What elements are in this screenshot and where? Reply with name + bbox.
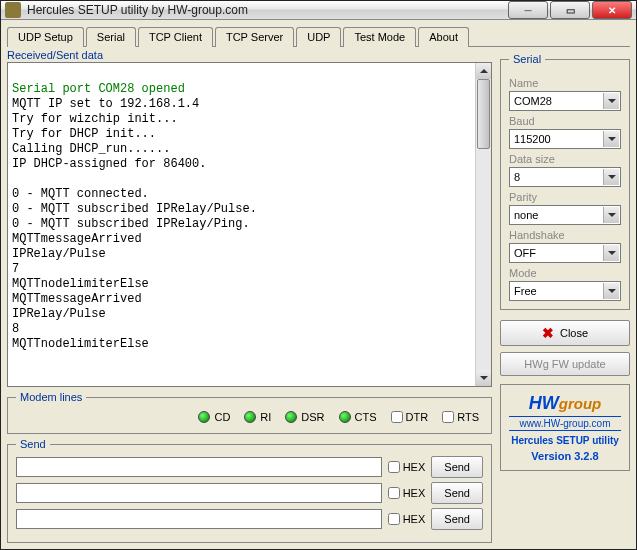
handshake-combo[interactable]: OFF	[509, 243, 621, 263]
tab-udp-setup[interactable]: UDP Setup	[7, 27, 84, 47]
checkbox-rts[interactable]: RTS	[442, 411, 479, 423]
led-icon	[285, 411, 297, 423]
send-button-2[interactable]: Send	[431, 482, 483, 504]
send-input-1[interactable]	[16, 457, 382, 477]
minimize-button[interactable]: ─	[508, 1, 548, 19]
datasize-combo[interactable]: 8	[509, 167, 621, 187]
hex-checkbox-2[interactable]: HEX	[388, 487, 426, 499]
name-label: Name	[509, 77, 621, 89]
led-cts: CTS	[339, 411, 377, 423]
mode-combo[interactable]: Free	[509, 281, 621, 301]
terminal-body: MQTT IP set to 192.168.1.4 Try for wizch…	[12, 97, 257, 351]
modem-lines-group: Modem lines CD RI DSR CTS DTR RTS	[7, 391, 492, 434]
send-legend: Send	[16, 438, 50, 450]
scroll-up-icon[interactable]	[476, 63, 491, 79]
led-cd: CD	[198, 411, 230, 423]
checkbox-dtr[interactable]: DTR	[391, 411, 429, 423]
tab-test-mode[interactable]: Test Mode	[343, 27, 416, 47]
app-icon	[5, 2, 21, 18]
scroll-down-icon[interactable]	[476, 370, 491, 386]
terminal-scrollbar[interactable]	[475, 63, 491, 386]
led-dsr: DSR	[285, 411, 324, 423]
branding-panel: HWgroup www.HW-group.com Hercules SETUP …	[500, 384, 630, 471]
send-button-1[interactable]: Send	[431, 456, 483, 478]
fw-update-button[interactable]: HWg FW update	[500, 352, 630, 376]
chevron-down-icon[interactable]	[603, 283, 619, 299]
chevron-down-icon[interactable]	[603, 131, 619, 147]
serial-legend: Serial	[509, 53, 545, 65]
tab-about[interactable]: About	[418, 27, 469, 47]
led-ri: RI	[244, 411, 271, 423]
chevron-down-icon[interactable]	[603, 245, 619, 261]
send-row-2: HEX Send	[16, 482, 483, 504]
send-row-1: HEX Send	[16, 456, 483, 478]
datasize-label: Data size	[509, 153, 621, 165]
dtr-checkbox-input[interactable]	[391, 411, 403, 423]
modem-lines-legend: Modem lines	[16, 391, 86, 403]
maximize-button[interactable]: ▭	[550, 1, 590, 19]
send-input-2[interactable]	[16, 483, 382, 503]
baud-combo[interactable]: 115200	[509, 129, 621, 149]
chevron-down-icon[interactable]	[603, 93, 619, 109]
send-group: Send HEX Send HEX Send HEX Send	[7, 438, 492, 543]
parity-combo[interactable]: none	[509, 205, 621, 225]
chevron-down-icon[interactable]	[603, 207, 619, 223]
chevron-down-icon[interactable]	[603, 169, 619, 185]
hw-logo: HWgroup	[509, 393, 621, 414]
received-sent-label: Received/Sent data	[7, 49, 492, 61]
hex-checkbox-1[interactable]: HEX	[388, 461, 426, 473]
window-close-button[interactable]: ✕	[592, 1, 632, 19]
baud-label: Baud	[509, 115, 621, 127]
rts-checkbox-input[interactable]	[442, 411, 454, 423]
tab-tcp-server[interactable]: TCP Server	[215, 27, 294, 47]
name-combo[interactable]: COM28	[509, 91, 621, 111]
window-title: Hercules SETUP utility by HW-group.com	[27, 3, 508, 17]
hex-checkbox-3[interactable]: HEX	[388, 513, 426, 525]
tab-tcp-client[interactable]: TCP Client	[138, 27, 213, 47]
led-icon	[198, 411, 210, 423]
titlebar[interactable]: Hercules SETUP utility by HW-group.com ─…	[1, 1, 636, 20]
x-icon: ✖	[542, 325, 554, 341]
close-button[interactable]: ✖Close	[500, 320, 630, 346]
tab-serial[interactable]: Serial	[86, 27, 136, 47]
brand-site[interactable]: www.HW-group.com	[509, 416, 621, 431]
scroll-thumb[interactable]	[477, 79, 490, 149]
brand-app: Hercules SETUP utility	[509, 435, 621, 446]
serial-settings-group: Serial Name COM28 Baud 115200 Data size …	[500, 53, 630, 310]
handshake-label: Handshake	[509, 229, 621, 241]
mode-label: Mode	[509, 267, 621, 279]
tab-bar: UDP Setup Serial TCP Client TCP Server U…	[7, 26, 630, 47]
send-input-3[interactable]	[16, 509, 382, 529]
app-window: Hercules SETUP utility by HW-group.com ─…	[0, 0, 637, 550]
send-button-3[interactable]: Send	[431, 508, 483, 530]
parity-label: Parity	[509, 191, 621, 203]
tab-udp[interactable]: UDP	[296, 27, 341, 47]
led-icon	[339, 411, 351, 423]
brand-version: Version 3.2.8	[509, 450, 621, 462]
terminal-first-line: Serial port COM28 opened	[12, 82, 185, 96]
send-row-3: HEX Send	[16, 508, 483, 530]
led-icon	[244, 411, 256, 423]
terminal-output[interactable]: Serial port COM28 opened MQTT IP set to …	[7, 62, 492, 387]
